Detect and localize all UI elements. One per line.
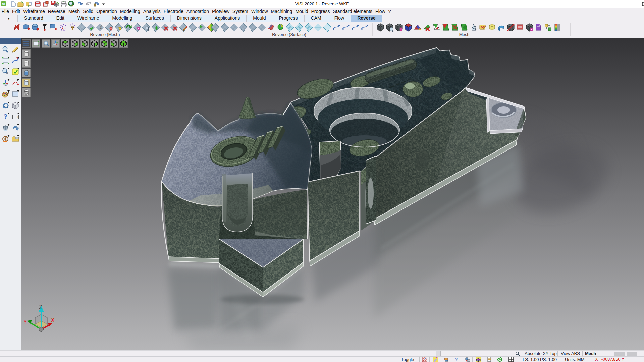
svg-text:Z: Z — [39, 304, 42, 310]
svg-text:?: ? — [4, 113, 7, 120]
svg-text:X: X — [51, 317, 55, 323]
svg-text:?: ? — [455, 357, 458, 362]
svg-text:Vi: Vi — [2, 2, 5, 6]
svg-text:Y: Y — [23, 319, 27, 325]
